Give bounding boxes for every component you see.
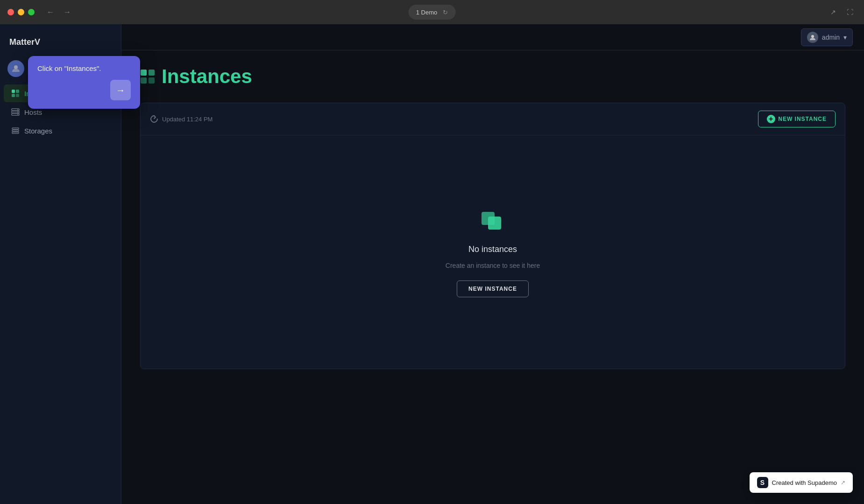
svg-rect-16 — [149, 70, 155, 76]
updated-text: Updated 11:24 PM — [162, 116, 212, 123]
svg-rect-2 — [16, 90, 19, 93]
svg-point-0 — [14, 65, 18, 69]
tooltip-arrow-icon: → — [116, 85, 125, 96]
content-panel: Updated 11:24 PM + NEW INSTANCE — [140, 103, 845, 369]
svg-rect-11 — [12, 128, 19, 129]
svg-rect-4 — [16, 94, 19, 97]
panel-body: No instances Create an instance to see i… — [141, 135, 845, 369]
svg-rect-20 — [488, 217, 501, 230]
instances-icon — [11, 89, 20, 98]
tooltip-next-button[interactable]: → — [110, 80, 131, 100]
address-bar[interactable]: 1 Demo ↻ — [409, 5, 456, 20]
supademo-badge[interactable]: S Created with Supademo ↗ — [750, 472, 853, 493]
browser-chrome: ← → 1 Demo ↻ ↗ ⛶ — [0, 0, 864, 24]
tab-title: 1 Demo — [416, 9, 438, 16]
admin-avatar — [807, 32, 818, 43]
sidebar-item-storages[interactable]: Storages — [4, 122, 117, 140]
refresh-icon[interactable] — [150, 115, 158, 123]
plus-icon: + — [767, 115, 775, 123]
page-title: Instances — [162, 65, 252, 88]
empty-state-icon — [480, 207, 506, 233]
minimize-button[interactable] — [18, 9, 24, 15]
svg-rect-3 — [12, 94, 15, 97]
new-instance-button[interactable]: + NEW INSTANCE — [758, 111, 836, 127]
share-icon[interactable]: ↗ — [827, 6, 840, 19]
svg-rect-13 — [12, 132, 19, 133]
empty-new-instance-label: NEW INSTANCE — [468, 286, 517, 292]
page-content: Instances Updated 11:24 PM — [121, 50, 864, 504]
tooltip-overlay: Click on "Instances". → — [28, 56, 140, 109]
updated-info: Updated 11:24 PM — [150, 115, 212, 123]
svg-point-8 — [17, 109, 18, 110]
sidebar-logo: MatterV — [0, 32, 121, 56]
empty-new-instance-button[interactable]: NEW INSTANCE — [457, 280, 529, 297]
svg-rect-17 — [141, 77, 147, 84]
sidebar-item-label-hosts: Hosts — [24, 108, 42, 116]
traffic-lights — [7, 9, 35, 15]
admin-label: admin — [822, 34, 840, 41]
page-title-icon — [140, 69, 155, 84]
empty-state-title: No instances — [468, 245, 517, 254]
svg-point-14 — [811, 35, 814, 38]
hosts-icon — [11, 108, 20, 116]
fullscreen-icon[interactable]: ⛶ — [843, 6, 857, 19]
svg-rect-12 — [12, 130, 19, 132]
supademo-label: Created with Supademo — [772, 479, 837, 486]
page-title-row: Instances — [140, 65, 845, 88]
refresh-browser-icon[interactable]: ↻ — [443, 9, 448, 16]
main-content: admin ▾ Instances — [121, 24, 864, 504]
forward-button[interactable]: → — [61, 6, 74, 19]
empty-state-subtitle: Create an instance to see it here — [446, 262, 540, 269]
admin-caret-icon: ▾ — [843, 34, 847, 41]
admin-menu[interactable]: admin ▾ — [801, 28, 853, 46]
new-instance-btn-label: NEW INSTANCE — [778, 116, 827, 122]
supademo-arrow-icon: ↗ — [841, 479, 845, 486]
svg-rect-18 — [149, 77, 155, 84]
back-button[interactable]: ← — [44, 6, 57, 19]
sidebar-item-label-storages: Storages — [24, 127, 52, 135]
top-bar: admin ▾ — [121, 24, 864, 50]
svg-rect-1 — [12, 90, 15, 93]
svg-point-10 — [17, 114, 18, 115]
supademo-logo: S — [757, 477, 768, 488]
svg-point-9 — [17, 112, 18, 112]
svg-rect-15 — [141, 70, 147, 76]
maximize-button[interactable] — [28, 9, 35, 15]
close-button[interactable] — [7, 9, 14, 15]
browser-actions: ↗ ⛶ — [827, 6, 857, 19]
panel-toolbar: Updated 11:24 PM + NEW INSTANCE — [141, 103, 845, 135]
avatar — [7, 60, 24, 77]
tooltip-message: Click on "Instances". — [37, 64, 131, 72]
storages-icon — [11, 126, 20, 135]
browser-navigation: ← → — [44, 6, 74, 19]
